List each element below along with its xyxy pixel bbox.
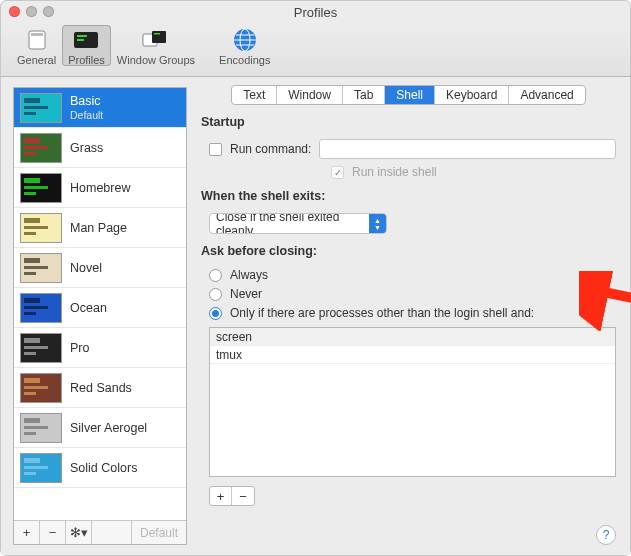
ask-only-if-radio[interactable] bbox=[209, 307, 222, 320]
profile-row-pro[interactable]: Pro bbox=[14, 328, 186, 368]
profile-name: Silver Aerogel bbox=[70, 421, 147, 435]
svg-rect-23 bbox=[24, 226, 48, 229]
profile-thumbnail bbox=[20, 133, 62, 163]
svg-rect-32 bbox=[24, 346, 48, 349]
profile-name: Grass bbox=[70, 141, 103, 155]
profile-row-silver-aerogel[interactable]: Silver Aerogel bbox=[14, 408, 186, 448]
process-row[interactable]: screen bbox=[210, 328, 615, 346]
tab-window[interactable]: Window bbox=[277, 86, 343, 104]
svg-rect-1 bbox=[31, 33, 43, 36]
profile-row-novel[interactable]: Novel bbox=[14, 248, 186, 288]
svg-rect-36 bbox=[24, 392, 36, 395]
svg-rect-27 bbox=[24, 272, 36, 275]
profile-thumbnail bbox=[20, 173, 62, 203]
profile-thumbnail bbox=[20, 213, 62, 243]
svg-rect-17 bbox=[24, 146, 48, 149]
profile-name: Man Page bbox=[70, 221, 127, 235]
svg-rect-16 bbox=[24, 138, 40, 143]
help-button[interactable]: ? bbox=[596, 525, 616, 545]
processes-list[interactable]: screentmux bbox=[209, 327, 616, 477]
profile-row-grass[interactable]: Grass bbox=[14, 128, 186, 168]
tab-text[interactable]: Text bbox=[232, 86, 277, 104]
tab-keyboard[interactable]: Keyboard bbox=[435, 86, 509, 104]
profile-thumbnail bbox=[20, 253, 62, 283]
ask-always-radio[interactable] bbox=[209, 269, 222, 282]
profile-name: Pro bbox=[70, 341, 89, 355]
profile-thumbnail bbox=[20, 93, 62, 123]
toolbar-encodings-button[interactable]: Encodings bbox=[213, 25, 276, 66]
window-titlebar: Profiles bbox=[1, 1, 630, 23]
svg-rect-24 bbox=[24, 232, 36, 235]
preferences-toolbar: General Profiles Window Groups Encodings bbox=[1, 23, 630, 77]
profiles-sidebar: BasicDefaultGrassHomebrewMan PageNovelOc… bbox=[13, 87, 187, 545]
svg-rect-7 bbox=[154, 33, 160, 35]
svg-rect-21 bbox=[24, 192, 36, 195]
svg-rect-41 bbox=[24, 466, 48, 469]
shell-exit-select[interactable]: Close if the shell exited cleanly ▲▼ bbox=[209, 213, 387, 234]
svg-rect-22 bbox=[24, 218, 40, 223]
svg-rect-34 bbox=[24, 378, 40, 383]
tab-advanced[interactable]: Advanced bbox=[509, 86, 584, 104]
svg-rect-20 bbox=[24, 186, 48, 189]
svg-rect-38 bbox=[24, 426, 48, 429]
profile-name: Basic bbox=[70, 94, 101, 108]
add-profile-button[interactable]: + bbox=[14, 521, 40, 544]
svg-rect-37 bbox=[24, 418, 40, 423]
gear-icon: ✻▾ bbox=[70, 525, 88, 540]
run-command-checkbox[interactable] bbox=[209, 143, 222, 156]
svg-rect-4 bbox=[77, 39, 84, 41]
profile-row-solid-colors[interactable]: Solid Colors bbox=[14, 448, 186, 488]
profile-name: Ocean bbox=[70, 301, 107, 315]
svg-rect-35 bbox=[24, 386, 48, 389]
svg-rect-15 bbox=[24, 112, 36, 115]
svg-rect-3 bbox=[77, 35, 87, 37]
shell-exits-heading: When the shell exits: bbox=[201, 189, 616, 203]
profile-row-red-sands[interactable]: Red Sands bbox=[14, 368, 186, 408]
ask-never-radio[interactable] bbox=[209, 288, 222, 301]
startup-heading: Startup bbox=[201, 115, 616, 129]
profile-row-man-page[interactable]: Man Page bbox=[14, 208, 186, 248]
profile-actions-button[interactable]: ✻▾ bbox=[66, 521, 92, 544]
encodings-icon bbox=[232, 27, 258, 53]
svg-rect-6 bbox=[152, 31, 166, 43]
run-inside-shell-checkbox bbox=[331, 166, 344, 179]
toolbar-window-groups-button[interactable]: Window Groups bbox=[111, 25, 201, 66]
svg-rect-42 bbox=[24, 472, 36, 475]
svg-rect-28 bbox=[24, 298, 40, 303]
close-window-icon[interactable] bbox=[9, 6, 20, 17]
svg-rect-25 bbox=[24, 258, 40, 263]
profile-thumbnail bbox=[20, 293, 62, 323]
profile-row-ocean[interactable]: Ocean bbox=[14, 288, 186, 328]
profile-row-basic[interactable]: BasicDefault bbox=[14, 88, 186, 128]
tab-shell[interactable]: Shell bbox=[385, 86, 435, 104]
help-icon: ? bbox=[603, 528, 610, 542]
process-row[interactable]: tmux bbox=[210, 346, 615, 364]
toolbar-profiles-button[interactable]: Profiles bbox=[62, 25, 111, 66]
svg-rect-31 bbox=[24, 338, 40, 343]
zoom-window-icon[interactable] bbox=[43, 6, 54, 17]
tab-tab[interactable]: Tab bbox=[343, 86, 385, 104]
general-icon bbox=[21, 27, 53, 53]
svg-rect-26 bbox=[24, 266, 48, 269]
svg-rect-40 bbox=[24, 458, 40, 463]
window-groups-icon bbox=[140, 27, 172, 53]
profile-row-homebrew[interactable]: Homebrew bbox=[14, 168, 186, 208]
svg-rect-19 bbox=[24, 178, 40, 183]
remove-profile-button[interactable]: − bbox=[40, 521, 66, 544]
run-command-label: Run command: bbox=[230, 142, 311, 156]
add-process-button[interactable]: + bbox=[210, 487, 232, 505]
svg-rect-39 bbox=[24, 432, 36, 435]
toolbar-general-button[interactable]: General bbox=[11, 25, 62, 66]
profile-name: Solid Colors bbox=[70, 461, 137, 475]
remove-process-button[interactable]: − bbox=[232, 487, 254, 505]
set-default-button[interactable]: Default bbox=[131, 521, 186, 544]
svg-rect-29 bbox=[24, 306, 48, 309]
run-command-input[interactable] bbox=[319, 139, 616, 159]
minimize-window-icon[interactable] bbox=[26, 6, 37, 17]
run-inside-shell-label: Run inside shell bbox=[352, 165, 437, 179]
profile-tabs: TextWindowTabShellKeyboardAdvanced bbox=[231, 85, 586, 105]
profile-thumbnail bbox=[20, 333, 62, 363]
profile-thumbnail bbox=[20, 373, 62, 403]
svg-rect-33 bbox=[24, 352, 36, 355]
svg-rect-13 bbox=[24, 98, 40, 103]
